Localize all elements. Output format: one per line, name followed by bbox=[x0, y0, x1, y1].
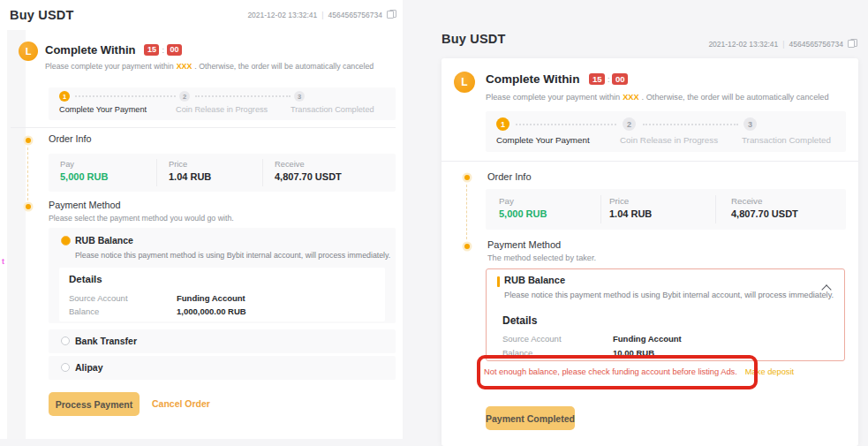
step-3-circle: 3 bbox=[294, 91, 305, 102]
clock-icon: L bbox=[19, 42, 38, 61]
copy-icon[interactable] bbox=[848, 39, 857, 49]
price-label: Price bbox=[609, 196, 629, 206]
clock-icon: L bbox=[454, 72, 475, 93]
price-value: 1.04 RUB bbox=[609, 208, 652, 219]
page-title: Buy USDT bbox=[10, 8, 74, 22]
order-info-heading: Order Info bbox=[49, 133, 92, 144]
payment-method-bullet bbox=[26, 204, 31, 209]
price-value: 1.04 RUB bbox=[169, 171, 211, 182]
pay-value: 5,000 RUB bbox=[60, 171, 108, 182]
timer-colon: : bbox=[162, 46, 164, 55]
source-account-label: Source Account bbox=[69, 293, 128, 303]
order-meta: 2021-12-02 13:32:41 | 4564565756734 bbox=[708, 39, 857, 49]
timeline-connector bbox=[27, 147, 28, 200]
payment-method-note: The method selected by taker. bbox=[487, 253, 596, 262]
timer-note-placeholder: XXX bbox=[623, 93, 638, 102]
page: { "colors": { "brand_orange": "#f7a600",… bbox=[0, 0, 868, 446]
order-info-box: Pay 5,000 RUB Price 1.04 RUB Receive 4,8… bbox=[486, 189, 846, 230]
order-id: 4564565756734 bbox=[789, 40, 843, 49]
receive-value: 4,807.70 USDT bbox=[731, 208, 798, 219]
order-id: 4564565756734 bbox=[328, 11, 382, 19]
alipay-radio[interactable] bbox=[61, 363, 70, 372]
rub-balance-note: Please notice this payment method is usi… bbox=[75, 251, 390, 260]
balance-value: 10.00 RUB bbox=[613, 348, 654, 358]
make-deposit-link[interactable]: Make deposit bbox=[745, 367, 794, 376]
step-connector bbox=[195, 95, 291, 97]
order-timestamp: 2021-12-02 13:32:41 bbox=[247, 11, 317, 19]
step-1-label: Complete Your Payment bbox=[496, 135, 590, 145]
step-3-label: Transaction Completed bbox=[742, 135, 831, 145]
timer-minutes-badge: 15 bbox=[144, 44, 159, 56]
stepper: 1 2 3 Complete Your Payment Coin Release… bbox=[486, 111, 846, 152]
divider bbox=[600, 195, 601, 223]
payment-completed-button[interactable]: Payment Completed bbox=[486, 406, 575, 430]
bank-transfer-option[interactable]: Bank Transfer bbox=[49, 329, 396, 353]
timer-colon: : bbox=[608, 75, 610, 84]
cancel-order-link[interactable]: Cancel Order bbox=[152, 398, 210, 409]
timeline-connector bbox=[466, 185, 467, 239]
stray-pink-mark: t bbox=[2, 257, 4, 266]
balance-label: Balance bbox=[502, 348, 532, 358]
timer-note-suffix: . Otherwise, the order will be automatic… bbox=[642, 93, 829, 102]
step-2-label: Coin Release in Progress bbox=[176, 105, 268, 114]
pay-label: Pay bbox=[499, 196, 514, 206]
timer-seconds-badge: 00 bbox=[612, 73, 628, 86]
right-panel: L Complete Within 15 : 00 Please complet… bbox=[442, 58, 858, 446]
order-info-box: Pay 5,000 RUB Price 1.04 RUB Receive 4,8… bbox=[49, 154, 396, 192]
rub-balance-option[interactable]: RUB Balance Please notice this payment m… bbox=[49, 228, 396, 323]
scroll-rail[interactable] bbox=[7, 30, 26, 439]
rub-balance-note: Please notice this payment method is usi… bbox=[504, 291, 834, 299]
step-2-label: Coin Release in Progress bbox=[620, 135, 718, 145]
step-1-circle: 1 bbox=[496, 117, 509, 131]
timer-row: Complete Within 15 : 00 bbox=[486, 72, 628, 86]
details-box: Details Source Account Funding Account B… bbox=[59, 268, 385, 321]
bank-transfer-radio[interactable] bbox=[61, 336, 70, 345]
timer-note: Please complete your payment withinXXX. … bbox=[486, 93, 829, 102]
payment-method-bullet bbox=[464, 244, 470, 249]
left-panel: Buy USDT 2021-12-02 13:32:41 | 456456575… bbox=[0, 0, 403, 439]
stepper: 1 2 3 Complete Your Payment Coin Release… bbox=[49, 87, 396, 120]
divider bbox=[715, 195, 716, 223]
step-connector bbox=[75, 95, 176, 97]
step-connector bbox=[516, 124, 616, 125]
step-1-label: Complete Your Payment bbox=[59, 105, 147, 114]
process-payment-button[interactable]: Process Payment bbox=[49, 392, 140, 416]
order-info-heading: Order Info bbox=[487, 171, 532, 182]
rub-balance-card[interactable]: RUB Balance Please notice this payment m… bbox=[486, 268, 845, 361]
order-info-bullet bbox=[26, 138, 31, 143]
insufficient-balance-alert: Not enough balance, please check funding… bbox=[484, 367, 794, 376]
payment-method-heading: Payment Method bbox=[487, 239, 561, 250]
rub-balance-label: RUB Balance bbox=[75, 235, 133, 246]
receive-value: 4,807.70 USDT bbox=[275, 171, 342, 182]
order-meta: 2021-12-02 13:32:41 | 4564565756734 bbox=[247, 10, 396, 19]
divider bbox=[156, 159, 157, 186]
section-divider bbox=[442, 161, 858, 162]
receive-label: Receive bbox=[731, 196, 762, 206]
copy-icon[interactable] bbox=[387, 10, 396, 19]
step-connector bbox=[643, 124, 738, 125]
payment-method-note: Please select the payment method you wou… bbox=[49, 214, 234, 223]
pay-value: 5,000 RUB bbox=[499, 208, 547, 219]
alert-message: Not enough balance, please check funding… bbox=[484, 367, 737, 376]
timer-seconds-badge: 00 bbox=[167, 44, 182, 56]
timer-heading: Complete Within bbox=[486, 72, 579, 86]
timer-row: Complete Within 15 : 00 bbox=[45, 43, 182, 57]
divider bbox=[262, 159, 263, 186]
step-2-circle: 2 bbox=[179, 91, 190, 102]
rub-balance-label: RUB Balance bbox=[504, 275, 565, 285]
timer-minutes-badge: 15 bbox=[589, 73, 605, 86]
step-3-label: Transaction Completed bbox=[291, 105, 374, 114]
alipay-label: Alipay bbox=[75, 362, 103, 373]
meta-separator: | bbox=[321, 11, 323, 19]
timer-note-placeholder: XXX bbox=[177, 62, 192, 71]
timer-heading: Complete Within bbox=[45, 43, 135, 57]
price-label: Price bbox=[169, 160, 187, 169]
receive-label: Receive bbox=[275, 160, 305, 169]
source-account-label: Source Account bbox=[502, 334, 562, 344]
rub-balance-radio[interactable] bbox=[61, 236, 71, 246]
timer-note-prefix: Please complete your payment within bbox=[486, 93, 620, 102]
payment-method-heading: Payment Method bbox=[49, 200, 121, 210]
timer-note-suffix: . Otherwise, the order will be automatic… bbox=[194, 62, 374, 71]
timer-note-prefix: Please complete your payment within bbox=[45, 62, 174, 71]
alipay-option[interactable]: Alipay bbox=[49, 356, 396, 380]
